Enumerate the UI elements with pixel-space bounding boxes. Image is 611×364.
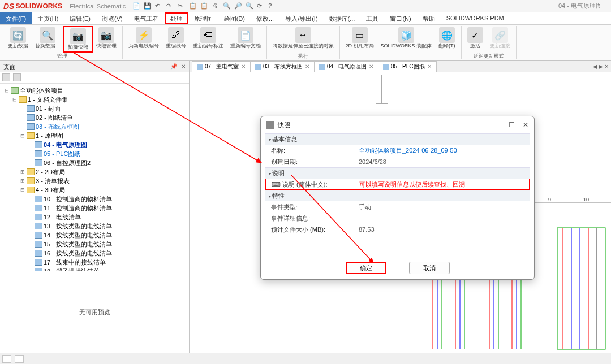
- tree-expander-icon[interactable]: ⊟: [3, 88, 10, 93]
- dlg-value[interactable]: 87.53: [359, 226, 524, 233]
- tree-expander-icon[interactable]: ⊞: [19, 178, 25, 184]
- tab-3[interactable]: 05 - PLC图纸✕: [378, 61, 436, 72]
- panel-tool2-icon[interactable]: [13, 73, 21, 81]
- menu-3[interactable]: 浏览(V): [96, 12, 128, 24]
- tree-node-15[interactable]: 13 - 按线类型的电线清单: [1, 222, 188, 231]
- ribbon-btn-4-0[interactable]: ✓激活: [464, 26, 487, 53]
- dlg-row-prop-1[interactable]: 事件详细信息:: [265, 213, 530, 224]
- qat-mag-icon[interactable]: 🔍: [246, 2, 253, 10]
- menu-4[interactable]: 电气工程: [128, 12, 165, 24]
- qat-refresh-icon[interactable]: ⟳: [257, 2, 265, 10]
- menu-0[interactable]: 文件(F): [0, 12, 32, 24]
- ribbon-btn-0-1[interactable]: 🔍替换数据...: [32, 26, 63, 53]
- ribbon-btn-3-0[interactable]: ▭2D 机柜布局: [342, 26, 377, 53]
- dialog-close-icon[interactable]: ✕: [523, 121, 528, 129]
- dlg-value[interactable]: 手动: [359, 203, 524, 211]
- dlg-row-basic-1[interactable]: 创建日期:2024/6/28: [265, 156, 530, 167]
- menu-9[interactable]: 导入/导出(I): [279, 12, 323, 24]
- tree-node-0[interactable]: ⊟全功能体验项目: [1, 86, 188, 95]
- tree-node-19[interactable]: 17 - 线束中的接线清单: [1, 258, 188, 267]
- ribbon-btn-0-0[interactable]: 🔄更新数据: [5, 26, 32, 53]
- tree-node-6[interactable]: 04 - 电气原理图: [1, 140, 188, 149]
- ribbon-btn-1-2[interactable]: 🏷重新编号标注: [190, 26, 227, 53]
- menu-6[interactable]: 原理图: [188, 12, 218, 24]
- ribbon-btn-1-1[interactable]: 🖊重编线号: [162, 26, 190, 53]
- dialog-minimize-icon[interactable]: —: [494, 121, 501, 129]
- tab-1[interactable]: 03 - 布线方框图✕: [250, 61, 315, 72]
- qat-help-icon[interactable]: ?: [268, 2, 276, 10]
- tab-0[interactable]: 07 - 主电气室✕: [192, 61, 251, 72]
- tree-node-9[interactable]: ⊞2 - 2D布局: [1, 167, 188, 176]
- tree-node-7[interactable]: 05 - PLC图纸: [1, 149, 188, 158]
- qat-zoom-icon[interactable]: 🔎: [234, 2, 242, 10]
- tree-node-5[interactable]: ⊟1 - 原理图: [1, 131, 188, 140]
- qat-save-icon[interactable]: 💾: [144, 2, 152, 10]
- tab-2[interactable]: 04 - 电气原理图✕: [314, 61, 378, 72]
- menu-7[interactable]: 绘图(D): [218, 12, 251, 24]
- section-head-desc[interactable]: 说明: [265, 167, 530, 179]
- dialog-title-bar[interactable]: 快照 — ☐ ✕: [261, 116, 534, 133]
- qat-preview-icon[interactable]: 🔍: [223, 2, 231, 10]
- ribbon-btn-1-3[interactable]: 📄重新编号文档: [227, 26, 264, 53]
- panel-close-icon[interactable]: ✕: [181, 63, 186, 70]
- menu-12[interactable]: 窗口(N): [384, 12, 416, 24]
- tree-node-12[interactable]: 10 - 控制造商的物料清单: [1, 194, 188, 203]
- menu-10[interactable]: 数据库(...: [324, 12, 361, 24]
- tree-node-1[interactable]: ⊟1 - 文档文件集: [1, 95, 188, 104]
- qat-print-icon[interactable]: 🖨: [212, 2, 220, 10]
- menu-2[interactable]: 编辑(E): [64, 12, 96, 24]
- tab-close-icon[interactable]: ✕: [604, 63, 609, 70]
- tree-node-20[interactable]: 18 - 端子排标注清单: [1, 267, 188, 271]
- dlg-row-prop-2[interactable]: 预计文件大小 (MB):87.53: [265, 224, 530, 235]
- qat-cut-icon[interactable]: ✂: [178, 2, 186, 10]
- tree-node-4[interactable]: 03 - 布线方框图: [1, 122, 188, 131]
- project-tree[interactable]: ⊟全功能体验项目⊟1 - 文档文件集01 - 封面02 - 图纸清单03 - 布…: [0, 84, 189, 271]
- ribbon-btn-4-1[interactable]: 🔗更新连接: [487, 26, 514, 53]
- ribbon-btn-3-1[interactable]: 🧊SOLIDWORKS 装配体: [377, 26, 436, 53]
- dialog-maximize-icon[interactable]: ☐: [509, 121, 515, 129]
- ribbon-btn-0-2[interactable]: 📷拍摄快照: [63, 26, 93, 53]
- qat-paste-icon[interactable]: 📋: [200, 2, 208, 10]
- menu-13[interactable]: 帮助: [417, 12, 441, 24]
- dlg-value[interactable]: 可以填写说明信息以便后续查找、回溯: [359, 180, 523, 189]
- menu-8[interactable]: 修改...: [251, 12, 279, 24]
- tree-node-13[interactable]: 11 - 控制造商的物料清单: [1, 203, 188, 213]
- tree-node-10[interactable]: ⊞3 - 清单报表: [1, 176, 188, 185]
- tab-close-icon[interactable]: ✕: [241, 63, 246, 70]
- menu-11[interactable]: 工具: [360, 12, 384, 24]
- tree-node-14[interactable]: 12 - 电线清单: [1, 213, 188, 222]
- tree-node-2[interactable]: 01 - 封面: [1, 104, 188, 113]
- ribbon-btn-2-0[interactable]: ↔将数据延伸至已连接的对象: [269, 26, 337, 53]
- tab-close-icon[interactable]: ✕: [369, 63, 373, 70]
- tab-close-icon[interactable]: ✕: [305, 63, 309, 70]
- dlg-row-desc-0[interactable]: ⌨ 说明 (简体中文):可以填写说明信息以便后续查找、回溯: [265, 179, 530, 190]
- qat-new-icon[interactable]: 📄: [132, 2, 140, 10]
- menu-14[interactable]: SOLIDWORKS PDM: [441, 12, 510, 24]
- tree-expander-icon[interactable]: ⊟: [11, 97, 18, 102]
- tab-prev-icon[interactable]: ◀: [593, 63, 597, 70]
- status-btn2-icon[interactable]: [15, 355, 24, 363]
- tree-node-16[interactable]: 14 - 按线类型的电线清单: [1, 231, 188, 240]
- tree-expander-icon[interactable]: ⊟: [19, 187, 25, 193]
- ribbon-btn-0-3[interactable]: 📷快照管理: [93, 26, 120, 53]
- status-btn1-icon[interactable]: [2, 355, 11, 363]
- tab-next-icon[interactable]: ▶: [599, 63, 603, 70]
- section-head-basic[interactable]: 基本信息: [265, 133, 530, 145]
- ribbon-btn-3-2[interactable]: 🌐翻译(T): [435, 26, 459, 53]
- ok-button[interactable]: 确定: [346, 262, 386, 274]
- qat-redo-icon[interactable]: ↷: [166, 2, 174, 10]
- tree-expander-icon[interactable]: ⊟: [19, 133, 25, 138]
- qat-undo-icon[interactable]: ↶: [155, 2, 163, 10]
- menu-5[interactable]: 处理: [165, 12, 188, 24]
- dlg-value[interactable]: 全功能体验项目_2024-06-28_09-50: [359, 146, 524, 155]
- tree-node-11[interactable]: ⊟4 - 3D布局: [1, 185, 188, 194]
- tree-node-3[interactable]: 02 - 图纸清单: [1, 113, 188, 122]
- tree-node-18[interactable]: 16 - 按线类型的电线清单: [1, 249, 188, 258]
- dlg-row-basic-0[interactable]: 名称:全功能体验项目_2024-06-28_09-50: [265, 145, 530, 156]
- menu-1[interactable]: 主页(H): [32, 12, 64, 24]
- panel-tool1-icon[interactable]: [2, 73, 10, 81]
- ribbon-btn-1-0[interactable]: ⚡为新电线编号: [125, 26, 162, 53]
- dlg-row-prop-0[interactable]: 事件类型:手动: [265, 201, 530, 213]
- dlg-value[interactable]: 2024/6/28: [359, 158, 524, 165]
- section-head-prop[interactable]: 特性: [265, 190, 530, 201]
